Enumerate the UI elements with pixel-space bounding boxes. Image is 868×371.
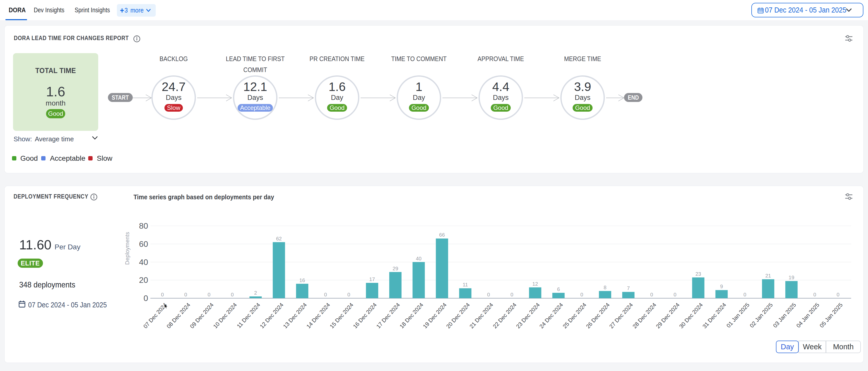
svg-text:2: 2	[254, 290, 257, 296]
svg-text:19 Dec 2024: 19 Dec 2024	[422, 302, 448, 330]
svg-text:30 Dec 2024: 30 Dec 2024	[678, 302, 704, 330]
svg-text:9: 9	[720, 283, 723, 289]
svg-text:13 Dec 2024: 13 Dec 2024	[282, 302, 308, 330]
svg-text:0: 0	[208, 292, 211, 297]
svg-text:8: 8	[603, 284, 607, 290]
svg-text:0: 0	[813, 292, 816, 297]
svg-text:21 Dec 2024: 21 Dec 2024	[468, 302, 494, 330]
svg-text:6: 6	[557, 286, 560, 292]
svg-text:19: 19	[789, 275, 794, 280]
svg-text:18 Dec 2024: 18 Dec 2024	[399, 302, 425, 330]
svg-text:07 Dec 2024: 07 Dec 2024	[142, 302, 168, 330]
svg-text:11: 11	[463, 282, 468, 288]
svg-text:12: 12	[532, 281, 538, 287]
svg-text:0: 0	[144, 294, 148, 303]
svg-text:40: 40	[139, 258, 148, 267]
svg-text:08 Dec 2024: 08 Dec 2024	[165, 302, 191, 330]
svg-text:22 Dec 2024: 22 Dec 2024	[492, 302, 518, 330]
svg-text:0: 0	[487, 292, 490, 297]
svg-text:01 Jan 2025: 01 Jan 2025	[725, 302, 751, 329]
svg-text:04 Jan 2025: 04 Jan 2025	[795, 302, 821, 329]
svg-text:17: 17	[369, 276, 375, 282]
svg-text:0: 0	[837, 292, 839, 297]
svg-text:12 Dec 2024: 12 Dec 2024	[258, 302, 285, 330]
svg-text:16 Dec 2024: 16 Dec 2024	[352, 302, 378, 330]
svg-text:17 Dec 2024: 17 Dec 2024	[375, 302, 401, 330]
svg-text:15 Dec 2024: 15 Dec 2024	[329, 302, 354, 330]
svg-text:21: 21	[765, 273, 771, 278]
svg-text:10 Dec 2024: 10 Dec 2024	[212, 302, 238, 330]
svg-text:28 Dec 2024: 28 Dec 2024	[631, 302, 657, 330]
svg-text:02 Jan 2025: 02 Jan 2025	[749, 302, 774, 329]
svg-text:29: 29	[393, 266, 398, 271]
svg-text:Deployments: Deployments	[124, 232, 130, 265]
svg-text:80: 80	[139, 221, 148, 231]
svg-text:0: 0	[650, 292, 653, 297]
svg-text:0: 0	[324, 292, 327, 297]
svg-text:20: 20	[139, 275, 148, 284]
svg-text:03 Jan 2025: 03 Jan 2025	[772, 302, 798, 329]
svg-text:0: 0	[347, 292, 350, 297]
svg-text:05 Jan 2025: 05 Jan 2025	[818, 302, 844, 329]
svg-text:09 Dec 2024: 09 Dec 2024	[189, 302, 215, 330]
svg-text:26 Dec 2024: 26 Dec 2024	[585, 302, 611, 330]
svg-text:7: 7	[627, 285, 630, 291]
svg-text:66: 66	[439, 232, 445, 238]
svg-text:23 Dec 2024: 23 Dec 2024	[515, 302, 541, 330]
svg-text:31 Dec 2024: 31 Dec 2024	[701, 302, 727, 330]
svg-text:25 Dec 2024: 25 Dec 2024	[561, 302, 587, 330]
svg-text:0: 0	[510, 292, 513, 297]
svg-text:62: 62	[276, 236, 282, 241]
svg-text:20 Dec 2024: 20 Dec 2024	[445, 302, 471, 330]
svg-text:0: 0	[743, 292, 746, 297]
svg-text:0: 0	[674, 292, 677, 297]
svg-text:40: 40	[416, 256, 422, 261]
svg-text:11 Dec 2024: 11 Dec 2024	[236, 302, 261, 329]
svg-text:0: 0	[231, 292, 234, 297]
svg-text:27 Dec 2024: 27 Dec 2024	[608, 302, 634, 330]
svg-text:0: 0	[161, 292, 164, 297]
svg-text:0: 0	[184, 292, 187, 297]
svg-text:23: 23	[695, 271, 701, 277]
svg-text:24 Dec 2024: 24 Dec 2024	[538, 302, 564, 330]
svg-text:0: 0	[580, 292, 583, 297]
svg-text:60: 60	[139, 239, 148, 248]
svg-text:29 Dec 2024: 29 Dec 2024	[655, 302, 681, 330]
svg-text:16: 16	[299, 277, 305, 283]
svg-text:14 Dec 2024: 14 Dec 2024	[305, 302, 331, 330]
